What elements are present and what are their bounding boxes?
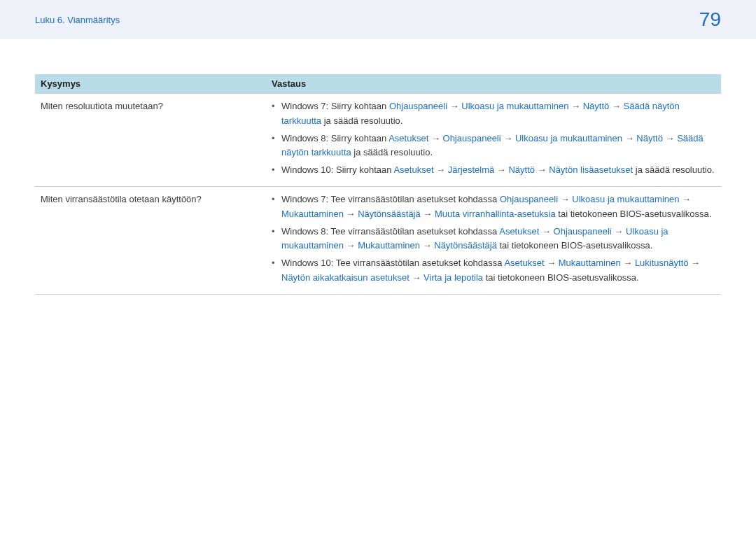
nav-path-step[interactable]: Mukauttaminen [358, 240, 420, 251]
arrow-icon: → [344, 240, 358, 251]
nav-path-step[interactable]: Ulkoasu ja mukauttaminen [461, 101, 568, 111]
arrow-icon: → [421, 209, 435, 219]
arrow-icon: → [680, 194, 692, 204]
nav-path-step[interactable]: Virta ja lepotila [424, 272, 483, 283]
table-row: Miten resoluutiota muutetaan?Windows 7: … [35, 94, 721, 187]
list-item: Windows 8: Siirry kohtaan Asetukset → Oh… [272, 132, 715, 161]
question-cell: Miten virransäästötila otetaan käyttöön? [35, 186, 266, 294]
answer-list: Windows 7: Siirry kohtaan Ohjauspaneeli … [272, 99, 715, 178]
nav-path-step[interactable]: Näytön lisäasetukset [549, 164, 633, 175]
nav-path-step[interactable]: Näytönsäästäjä [358, 209, 421, 219]
answer-suffix: ja säädä resoluutio. [321, 115, 402, 126]
answer-list: Windows 7: Tee virransäästötilan asetuks… [272, 192, 715, 286]
arrow-icon: → [621, 258, 635, 268]
nav-path-step[interactable]: Ohjauspaneeli [443, 133, 501, 143]
nav-path-step[interactable]: Mukauttaminen [281, 209, 344, 219]
nav-path-step[interactable]: Lukitusnäyttö [635, 258, 689, 268]
arrow-icon: → [344, 209, 358, 219]
table-row: Miten virransäästötila otetaan käyttöön?… [35, 186, 721, 294]
arrow-icon: → [535, 164, 549, 175]
page-number: 79 [699, 8, 721, 31]
question-cell: Miten resoluutiota muutetaan? [35, 94, 266, 187]
answer-prefix: Windows 10: Siirry kohtaan [281, 164, 393, 175]
answer-cell: Windows 7: Siirry kohtaan Ohjauspaneeli … [266, 94, 721, 187]
nav-path-step[interactable]: Näyttö [508, 164, 535, 175]
table-header-row: Kysymys Vastaus [35, 74, 721, 94]
nav-path-step[interactable]: Ohjauspaneeli [554, 226, 612, 237]
col-question-header: Kysymys [35, 74, 266, 94]
nav-path-step[interactable]: Asetukset [388, 133, 428, 143]
answer-suffix: tai tietokoneen BIOS-asetusvalikossa. [497, 240, 653, 251]
arrow-icon: → [689, 258, 701, 268]
nav-path-step[interactable]: Asetukset [393, 164, 433, 175]
answer-suffix: ja säädä resoluutio. [633, 164, 714, 175]
arrow-icon: → [428, 133, 442, 143]
nav-path-step[interactable]: Näytönsäästäjä [434, 240, 497, 251]
nav-path-step[interactable]: Ohjauspaneeli [500, 194, 558, 204]
arrow-icon: → [545, 258, 559, 268]
nav-path-step[interactable]: Asetukset [504, 258, 544, 268]
answer-prefix: Windows 10: Tee virransäästötilan asetuk… [281, 258, 504, 268]
nav-path-step[interactable]: Asetukset [499, 226, 539, 237]
qa-table: Kysymys Vastaus Miten resoluutiota muute… [35, 74, 721, 295]
answer-prefix: Windows 8: Siirry kohtaan [281, 133, 388, 143]
arrow-icon: → [501, 133, 515, 143]
header-bar: Luku 6. Vianmääritys 79 [0, 0, 756, 39]
answer-prefix: Windows 7: Siirry kohtaan [281, 101, 389, 111]
answer-suffix: ja säädä resoluutio. [351, 147, 433, 157]
nav-path-step[interactable]: Muuta virranhallinta-asetuksia [435, 209, 556, 219]
list-item: Windows 10: Siirry kohtaan Asetukset → J… [272, 163, 715, 178]
arrow-icon: → [568, 101, 582, 111]
arrow-icon: → [609, 101, 623, 111]
nav-path-step[interactable]: Ohjauspaneeli [389, 101, 447, 111]
arrow-icon: → [612, 226, 626, 237]
answer-suffix: tai tietokoneen BIOS-asetusvalikossa. [556, 209, 712, 219]
arrow-icon: → [494, 164, 508, 175]
breadcrumb[interactable]: Luku 6. Vianmääritys [35, 15, 120, 25]
arrow-icon: → [434, 164, 448, 175]
col-answer-header: Vastaus [266, 74, 721, 94]
content-area: Kysymys Vastaus Miten resoluutiota muute… [0, 39, 756, 295]
nav-path-step[interactable]: Näytön aikakatkaisun asetukset [281, 272, 410, 283]
nav-path-step[interactable]: Ulkoasu ja mukauttaminen [572, 194, 679, 204]
answer-prefix: Windows 8: Tee virransäästötilan asetuks… [281, 226, 499, 237]
arrow-icon: → [663, 133, 677, 143]
nav-path-step[interactable]: Ulkoasu ja mukauttaminen [515, 133, 622, 143]
arrow-icon: → [447, 101, 461, 111]
nav-path-step[interactable]: Näyttö [583, 101, 610, 111]
nav-path-step[interactable]: Näyttö [636, 133, 663, 143]
arrow-icon: → [539, 226, 553, 237]
answer-prefix: Windows 7: Tee virransäästötilan asetuks… [281, 194, 500, 204]
list-item: Windows 7: Tee virransäästötilan asetuks… [272, 192, 715, 222]
arrow-icon: → [420, 240, 434, 251]
answer-cell: Windows 7: Tee virransäästötilan asetuks… [266, 186, 721, 294]
arrow-icon: → [558, 194, 572, 204]
answer-suffix: tai tietokoneen BIOS-asetusvalikossa. [483, 272, 639, 283]
list-item: Windows 7: Siirry kohtaan Ohjauspaneeli … [272, 99, 715, 129]
nav-path-step[interactable]: Järjestelmä [448, 164, 494, 175]
list-item: Windows 8: Tee virransäästötilan asetuks… [272, 225, 715, 254]
list-item: Windows 10: Tee virransäästötilan asetuk… [272, 256, 715, 286]
nav-path-step[interactable]: Mukauttaminen [559, 258, 621, 268]
arrow-icon: → [622, 133, 636, 143]
arrow-icon: → [410, 272, 424, 283]
